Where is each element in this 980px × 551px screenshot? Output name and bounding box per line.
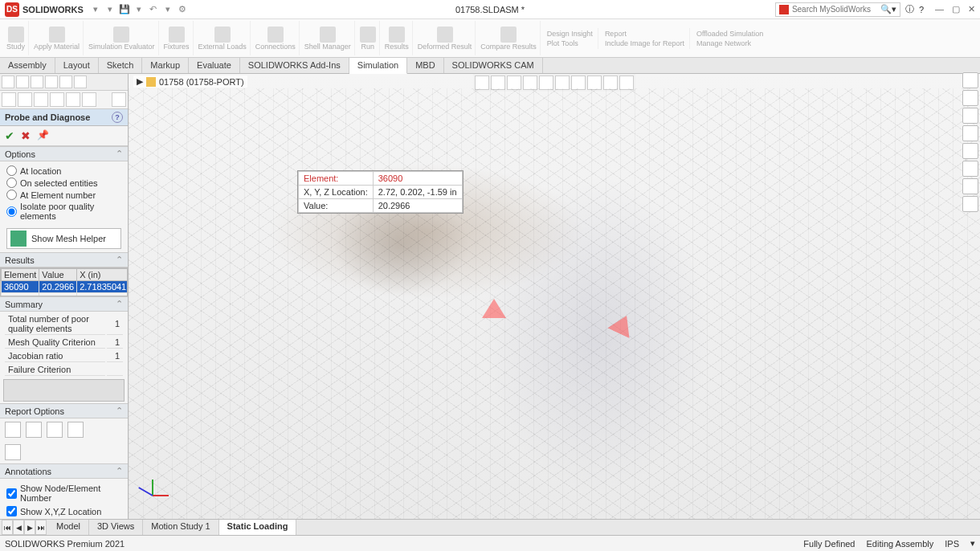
scroll-last-icon[interactable]: ⏭ [35,520,47,535]
pin-button[interactable]: 📌 [37,129,49,142]
ribbon-apply-material[interactable]: Apply Material [31,21,84,55]
cancel-button[interactable]: ✖ [21,129,31,142]
taskpane-home-icon[interactable] [962,72,978,88]
report-plot-icon[interactable] [26,422,42,438]
radio-at-element[interactable] [6,190,17,200]
probe-tool-2-icon[interactable] [18,92,32,107]
tab-markup[interactable]: Markup [142,58,189,73]
minimize-button[interactable]: — [935,4,944,14]
ribbon-offloaded-sim[interactable]: Offloaded Simulation [696,30,763,38]
ribbon-design-insight[interactable]: Design Insight [547,30,593,38]
taskpane-appearances-icon[interactable] [962,161,978,177]
ribbon-include-image[interactable]: Include Image for Report [605,39,684,47]
summary-header[interactable]: Summary ⌃ [0,296,128,312]
ribbon-connections[interactable]: Connections [252,21,300,55]
ribbon-deformed-result[interactable]: Deformed Result [414,21,476,55]
probe-tool-5-icon[interactable] [66,92,80,107]
probe-tool-3-icon[interactable] [34,92,48,107]
help-icon[interactable]: ? [919,5,924,14]
tab-mbd[interactable]: MBD [407,58,443,73]
flyout-tree[interactable]: ▶ 01758 (01758-PORT) [133,76,247,88]
tab-layout[interactable]: Layout [55,58,99,73]
taskpane-forum-icon[interactable] [962,196,978,212]
col-value[interactable]: Value [39,269,77,281]
ribbon-sim-evaluator[interactable]: Simulation Evaluator [85,21,159,55]
status-units[interactable]: IPS [945,539,959,549]
probe-tool-1-icon[interactable] [2,92,16,107]
tab-evaluate[interactable]: Evaluate [189,58,240,73]
qat-new-icon[interactable]: ▾ [90,4,101,15]
ribbon-fixtures[interactable]: Fixtures [161,21,194,55]
ok-button[interactable]: ✔ [5,129,14,142]
tab-cam[interactable]: SOLIDWORKS CAM [444,58,543,73]
options-header[interactable]: Options ⌃ [0,146,128,161]
check-show-node[interactable] [6,488,17,499]
graphics-viewport[interactable]: ▶ 01758 (01758-PORT) Element:36090 X, Y,… [129,74,980,535]
ribbon-external-loads[interactable]: External Loads [195,21,251,55]
tab-simulation[interactable]: Simulation [349,58,407,74]
ribbon-report[interactable]: Report [605,30,684,38]
bottom-tab-static-loading[interactable]: Static Loading [219,520,297,535]
probe-tool-4-icon[interactable] [50,92,64,107]
orientation-triad[interactable] [137,479,169,511]
ribbon-plot-tools[interactable]: Plot Tools [547,39,593,47]
taskpane-view-palette-icon[interactable] [962,143,978,159]
ribbon-shell-manager[interactable]: Shell Manager [301,21,355,55]
qat-print-icon[interactable]: ▾ [133,4,145,15]
tab-addins[interactable]: SOLIDWORKS Add-Ins [240,58,349,73]
ribbon-run[interactable]: Run [357,21,380,55]
feature-manager-tab[interactable] [2,76,14,88]
sim-tree-tab[interactable] [74,76,87,88]
bottom-tab-3dviews[interactable]: 3D Views [89,520,143,535]
report-options-header[interactable]: Report Options ⌃ [0,403,128,418]
scroll-prev-icon[interactable]: ◀ [13,520,24,535]
radio-on-entities[interactable] [6,178,17,188]
radio-at-location[interactable] [6,165,17,176]
scroll-next-icon[interactable]: ▶ [24,520,35,535]
report-summary-icon[interactable] [47,422,63,438]
qat-undo-icon[interactable]: ↶ [148,4,159,15]
col-x[interactable]: X (in) [77,269,128,281]
annotations-header[interactable]: Annotations ⌃ [0,463,128,479]
tab-sketch[interactable]: Sketch [99,58,143,73]
search-icon[interactable]: 🔍 [880,4,892,14]
config-manager-tab[interactable] [31,76,43,88]
taskpane-custom-props-icon[interactable] [962,178,978,194]
ribbon-manage-network[interactable]: Manage Network [696,39,763,47]
results-row[interactable]: 3609020.29662.718350410. [2,281,129,293]
qat-settings-icon[interactable]: ⚙ [177,4,188,15]
probe-tool-6-icon[interactable] [82,92,96,107]
bottom-tab-motion[interactable]: Motion Study 1 [143,520,218,535]
status-extra-icon[interactable]: ▾ [970,538,975,549]
probe-next-icon[interactable] [112,92,126,107]
scroll-first-icon[interactable]: ⏮ [2,520,13,535]
taskpane-file-explorer-icon[interactable] [962,125,978,141]
search-dropdown-icon[interactable]: ▾ [892,4,896,14]
taskpane-resources-icon[interactable] [962,90,978,106]
property-manager-tab[interactable] [16,76,29,88]
check-show-xyz[interactable] [6,506,17,516]
ribbon-results[interactable]: Results [382,21,413,55]
display-manager-tab[interactable] [59,76,72,88]
qat-redo-icon[interactable]: ▾ [162,4,174,15]
ribbon-compare-results[interactable]: Compare Results [477,21,541,55]
search-box[interactable]: 🔍 ▾ [775,2,900,17]
restore-button[interactable]: ▢ [952,4,960,14]
col-element[interactable]: Element [2,269,39,281]
tab-assembly[interactable]: Assembly [0,58,55,73]
dim-manager-tab[interactable] [45,76,58,88]
user-icon[interactable]: ⓘ [905,3,914,15]
radio-isolate-poor[interactable] [6,206,17,217]
close-button[interactable]: ✕ [968,4,975,14]
results-table-container[interactable]: Element Value X (in) 3609020.29662.71835… [0,267,128,296]
show-mesh-helper-button[interactable]: Show Mesh Helper [6,228,121,249]
qat-save-icon[interactable]: 💾 [119,4,130,15]
report-export-icon[interactable] [5,444,21,460]
search-input[interactable] [792,5,880,14]
report-save-icon[interactable] [5,422,21,438]
bottom-tab-model[interactable]: Model [48,520,89,535]
results-header[interactable]: Results ⌃ [0,252,128,267]
panel-help-icon[interactable]: ? [112,112,123,123]
qat-open-icon[interactable]: ▾ [104,4,116,15]
ribbon-study[interactable]: Study [3,21,29,55]
